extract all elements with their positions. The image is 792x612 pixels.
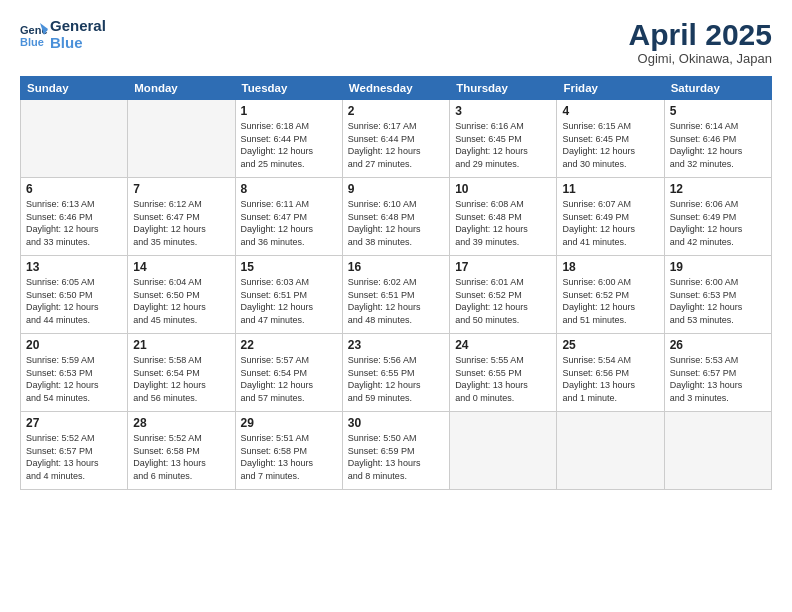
calendar-cell: 2Sunrise: 6:17 AM Sunset: 6:44 PM Daylig… [342, 100, 449, 178]
day-detail: Sunrise: 5:56 AM Sunset: 6:55 PM Dayligh… [348, 354, 444, 404]
calendar-cell: 29Sunrise: 5:51 AM Sunset: 6:58 PM Dayli… [235, 412, 342, 490]
logo-icon: General Blue [20, 21, 48, 49]
calendar-cell: 27Sunrise: 5:52 AM Sunset: 6:57 PM Dayli… [21, 412, 128, 490]
calendar-week-row-2: 13Sunrise: 6:05 AM Sunset: 6:50 PM Dayli… [21, 256, 772, 334]
calendar-cell: 22Sunrise: 5:57 AM Sunset: 6:54 PM Dayli… [235, 334, 342, 412]
calendar-cell: 7Sunrise: 6:12 AM Sunset: 6:47 PM Daylig… [128, 178, 235, 256]
calendar-cell: 15Sunrise: 6:03 AM Sunset: 6:51 PM Dayli… [235, 256, 342, 334]
day-number: 13 [26, 260, 122, 274]
day-detail: Sunrise: 6:05 AM Sunset: 6:50 PM Dayligh… [26, 276, 122, 326]
day-number: 15 [241, 260, 337, 274]
calendar-cell [21, 100, 128, 178]
header-sunday: Sunday [21, 77, 128, 100]
header-monday: Monday [128, 77, 235, 100]
calendar-cell [450, 412, 557, 490]
day-number: 10 [455, 182, 551, 196]
day-detail: Sunrise: 5:59 AM Sunset: 6:53 PM Dayligh… [26, 354, 122, 404]
calendar-week-row-0: 1Sunrise: 6:18 AM Sunset: 6:44 PM Daylig… [21, 100, 772, 178]
day-detail: Sunrise: 6:18 AM Sunset: 6:44 PM Dayligh… [241, 120, 337, 170]
header-tuesday: Tuesday [235, 77, 342, 100]
calendar-cell: 16Sunrise: 6:02 AM Sunset: 6:51 PM Dayli… [342, 256, 449, 334]
calendar-table: Sunday Monday Tuesday Wednesday Thursday… [20, 76, 772, 490]
day-detail: Sunrise: 6:12 AM Sunset: 6:47 PM Dayligh… [133, 198, 229, 248]
day-detail: Sunrise: 6:16 AM Sunset: 6:45 PM Dayligh… [455, 120, 551, 170]
header-saturday: Saturday [664, 77, 771, 100]
day-number: 12 [670, 182, 766, 196]
day-detail: Sunrise: 6:03 AM Sunset: 6:51 PM Dayligh… [241, 276, 337, 326]
calendar-cell: 9Sunrise: 6:10 AM Sunset: 6:48 PM Daylig… [342, 178, 449, 256]
calendar-week-row-3: 20Sunrise: 5:59 AM Sunset: 6:53 PM Dayli… [21, 334, 772, 412]
title-area: April 2025 Ogimi, Okinawa, Japan [629, 18, 772, 66]
day-number: 11 [562, 182, 658, 196]
day-number: 19 [670, 260, 766, 274]
day-number: 1 [241, 104, 337, 118]
day-detail: Sunrise: 6:00 AM Sunset: 6:52 PM Dayligh… [562, 276, 658, 326]
day-detail: Sunrise: 6:04 AM Sunset: 6:50 PM Dayligh… [133, 276, 229, 326]
day-number: 21 [133, 338, 229, 352]
calendar-cell: 8Sunrise: 6:11 AM Sunset: 6:47 PM Daylig… [235, 178, 342, 256]
day-detail: Sunrise: 5:51 AM Sunset: 6:58 PM Dayligh… [241, 432, 337, 482]
day-detail: Sunrise: 6:11 AM Sunset: 6:47 PM Dayligh… [241, 198, 337, 248]
logo-text-blue: Blue [50, 35, 106, 52]
day-detail: Sunrise: 5:54 AM Sunset: 6:56 PM Dayligh… [562, 354, 658, 404]
svg-text:Blue: Blue [20, 36, 44, 48]
day-number: 6 [26, 182, 122, 196]
day-number: 26 [670, 338, 766, 352]
calendar-cell: 23Sunrise: 5:56 AM Sunset: 6:55 PM Dayli… [342, 334, 449, 412]
day-detail: Sunrise: 6:07 AM Sunset: 6:49 PM Dayligh… [562, 198, 658, 248]
header: General Blue General Blue April 2025 Ogi… [20, 18, 772, 66]
calendar-cell [557, 412, 664, 490]
day-number: 27 [26, 416, 122, 430]
day-detail: Sunrise: 6:06 AM Sunset: 6:49 PM Dayligh… [670, 198, 766, 248]
day-number: 20 [26, 338, 122, 352]
day-detail: Sunrise: 6:02 AM Sunset: 6:51 PM Dayligh… [348, 276, 444, 326]
day-number: 7 [133, 182, 229, 196]
calendar-cell [664, 412, 771, 490]
header-thursday: Thursday [450, 77, 557, 100]
day-number: 28 [133, 416, 229, 430]
day-detail: Sunrise: 6:00 AM Sunset: 6:53 PM Dayligh… [670, 276, 766, 326]
day-detail: Sunrise: 5:55 AM Sunset: 6:55 PM Dayligh… [455, 354, 551, 404]
calendar-cell: 24Sunrise: 5:55 AM Sunset: 6:55 PM Dayli… [450, 334, 557, 412]
header-wednesday: Wednesday [342, 77, 449, 100]
day-detail: Sunrise: 5:57 AM Sunset: 6:54 PM Dayligh… [241, 354, 337, 404]
day-detail: Sunrise: 5:50 AM Sunset: 6:59 PM Dayligh… [348, 432, 444, 482]
calendar-cell: 6Sunrise: 6:13 AM Sunset: 6:46 PM Daylig… [21, 178, 128, 256]
page-container: General Blue General Blue April 2025 Ogi… [0, 0, 792, 612]
calendar-cell: 30Sunrise: 5:50 AM Sunset: 6:59 PM Dayli… [342, 412, 449, 490]
day-number: 29 [241, 416, 337, 430]
day-number: 2 [348, 104, 444, 118]
calendar-cell: 19Sunrise: 6:00 AM Sunset: 6:53 PM Dayli… [664, 256, 771, 334]
day-number: 9 [348, 182, 444, 196]
day-detail: Sunrise: 6:15 AM Sunset: 6:45 PM Dayligh… [562, 120, 658, 170]
day-number: 3 [455, 104, 551, 118]
day-number: 14 [133, 260, 229, 274]
calendar-week-row-1: 6Sunrise: 6:13 AM Sunset: 6:46 PM Daylig… [21, 178, 772, 256]
calendar-cell: 12Sunrise: 6:06 AM Sunset: 6:49 PM Dayli… [664, 178, 771, 256]
day-detail: Sunrise: 5:52 AM Sunset: 6:58 PM Dayligh… [133, 432, 229, 482]
day-number: 22 [241, 338, 337, 352]
day-number: 24 [455, 338, 551, 352]
day-detail: Sunrise: 5:58 AM Sunset: 6:54 PM Dayligh… [133, 354, 229, 404]
calendar-cell: 18Sunrise: 6:00 AM Sunset: 6:52 PM Dayli… [557, 256, 664, 334]
calendar-cell: 1Sunrise: 6:18 AM Sunset: 6:44 PM Daylig… [235, 100, 342, 178]
day-detail: Sunrise: 5:52 AM Sunset: 6:57 PM Dayligh… [26, 432, 122, 482]
calendar-cell: 21Sunrise: 5:58 AM Sunset: 6:54 PM Dayli… [128, 334, 235, 412]
calendar-cell: 11Sunrise: 6:07 AM Sunset: 6:49 PM Dayli… [557, 178, 664, 256]
day-number: 23 [348, 338, 444, 352]
calendar-cell [128, 100, 235, 178]
calendar-cell: 10Sunrise: 6:08 AM Sunset: 6:48 PM Dayli… [450, 178, 557, 256]
day-number: 30 [348, 416, 444, 430]
day-number: 5 [670, 104, 766, 118]
day-detail: Sunrise: 6:08 AM Sunset: 6:48 PM Dayligh… [455, 198, 551, 248]
calendar-cell: 5Sunrise: 6:14 AM Sunset: 6:46 PM Daylig… [664, 100, 771, 178]
weekday-header-row: Sunday Monday Tuesday Wednesday Thursday… [21, 77, 772, 100]
calendar-cell: 28Sunrise: 5:52 AM Sunset: 6:58 PM Dayli… [128, 412, 235, 490]
day-number: 25 [562, 338, 658, 352]
calendar-cell: 20Sunrise: 5:59 AM Sunset: 6:53 PM Dayli… [21, 334, 128, 412]
header-friday: Friday [557, 77, 664, 100]
day-detail: Sunrise: 6:13 AM Sunset: 6:46 PM Dayligh… [26, 198, 122, 248]
day-detail: Sunrise: 6:14 AM Sunset: 6:46 PM Dayligh… [670, 120, 766, 170]
calendar-cell: 17Sunrise: 6:01 AM Sunset: 6:52 PM Dayli… [450, 256, 557, 334]
calendar-week-row-4: 27Sunrise: 5:52 AM Sunset: 6:57 PM Dayli… [21, 412, 772, 490]
